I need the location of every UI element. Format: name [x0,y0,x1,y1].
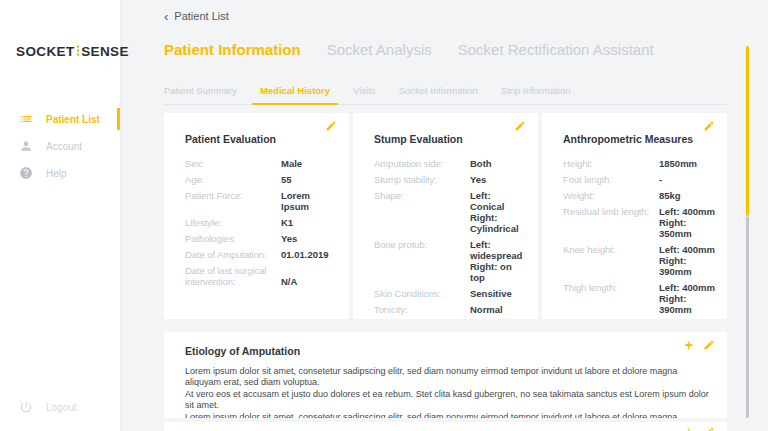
field-value: Male [281,158,302,169]
field-label: Pathologies: [185,233,281,244]
app-logo: SOCKETSENSE [16,44,129,59]
edit-button[interactable] [325,120,337,132]
field-value: 85kg [659,190,681,201]
tab-socket-analysis[interactable]: Socket Analysis [327,41,432,58]
field-row: Sex:Male [185,158,337,169]
edit-button[interactable] [514,120,526,132]
card-title: Anthropometric Measures [563,133,715,145]
card-title: Stump Evaluation [374,133,526,145]
main-content: ‹ Patient List Patient Information Socke… [120,0,768,431]
sidebar-item-label: Patient List [46,114,100,125]
field-row: Date of last surgical intervention:N/A [185,265,337,287]
field-row: Knee height:Left: 400mm Right: 390mm [563,244,715,277]
card-next-partial: + [164,422,727,431]
list-icon [19,112,33,126]
field-value: K1 [281,217,293,228]
field-row: Date of Amputation:01.01.2019 [185,249,337,260]
plus-icon: + [685,337,693,353]
logo-left: SOCKET [16,44,75,59]
field-value: Left: widespread Right: on top [470,239,526,283]
field-label: Shape: [374,190,470,201]
help-icon [19,166,33,180]
edit-button[interactable] [703,339,715,351]
field-label: Weight: [563,190,659,201]
logout-label: Logout [46,402,77,413]
etiology-paragraph: Lorem ipsum dolor sit amet, consetetur s… [185,412,711,418]
card-patient-evaluation: Patient Evaluation Sex:Male Age:55 Patie… [164,113,349,319]
field-row: Shape:Left: Conical Right: Cylindrical [374,190,526,234]
field-label: Sex: [185,158,281,169]
field-value: Both [470,158,492,169]
field-value: Sensitive [470,288,512,299]
field-label: Lifestyle: [185,217,281,228]
add-button[interactable]: + [685,339,693,351]
plus-icon: + [685,424,693,431]
field-label: Date of last surgical intervention: [185,265,281,287]
logout-button[interactable]: Logout [19,400,77,414]
active-indicator [117,108,120,130]
sidebar-item-patient-list[interactable]: Patient List [0,108,120,130]
field-value: Left: 400mm Right: 390mm [659,244,715,277]
field-value: 01.01.2019 [281,249,329,260]
field-row: Lifestyle:K1 [185,217,337,228]
field-row: Amputation side:Both [374,158,526,169]
field-row: Thigh length:Left: 400mm Right: 390mm [563,282,715,315]
field-label: Tonicity: [374,304,470,315]
tab-socket-rectification-assistant[interactable]: Socket Rectification Assistant [458,41,654,58]
pencil-icon [325,120,337,132]
logo-dots-icon [77,49,80,52]
logo-right: SENSE [81,44,129,59]
subtab-medical-history[interactable]: Medical History [260,85,330,104]
field-row: Bone protub:Left: widespread Right: on t… [374,239,526,283]
edit-button[interactable] [703,120,715,132]
field-value: Left: Conical Right: Cylindrical [470,190,526,234]
main-tabs: Patient Information Socket Analysis Sock… [164,41,654,58]
breadcrumb-back[interactable]: ‹ Patient List [164,10,229,22]
pencil-icon [703,339,715,351]
field-row: Height:1850mm [563,158,715,169]
field-value: 55 [281,174,292,185]
sidebar: SOCKETSENSE Patient List Account Help Lo… [0,0,120,431]
sidebar-item-help[interactable]: Help [0,162,120,184]
field-row: Patient Force:Lorem Ipsum [185,190,337,212]
scrollbar-track[interactable] [746,216,749,418]
field-label: Knee height: [563,244,659,255]
field-label: Foot length: [563,174,659,185]
subtab-socket-information[interactable]: Socket Information [399,85,478,104]
subtab-visits[interactable]: Visits [353,85,376,104]
sidebar-nav: Patient List Account Help [0,108,120,189]
card-anthropometric-measures: Anthropometric Measures Height:1850mm Fo… [542,113,727,319]
card-etiology-of-amputation: + Etiology of Amputation Lorem ipsum dol… [164,332,727,418]
subtab-patient-summary[interactable]: Patient Summary [164,85,237,104]
field-label: Date of Amputation: [185,249,281,260]
field-row: Skin Conditions:Sensitive [374,288,526,299]
field-label: Bone protub: [374,239,470,250]
pencil-icon [703,120,715,132]
field-label: Patient Force: [185,190,281,201]
sidebar-item-label: Account [46,141,82,152]
scrollbar[interactable] [746,46,749,418]
field-row: Foot length:- [563,174,715,185]
field-label: Stump stability: [374,174,470,185]
sidebar-item-account[interactable]: Account [0,135,120,157]
field-row: Weight:85kg [563,190,715,201]
field-value: - [659,174,662,185]
subtab-strip-information[interactable]: Strip Information [501,85,571,104]
field-label: Residual limb length: [563,206,659,217]
field-label: Height: [563,158,659,169]
power-icon [19,400,33,414]
add-button[interactable]: + [685,426,693,431]
field-value: Left: 400mm Right: 350mm [659,206,715,239]
scrollbar-thumb[interactable] [746,46,749,216]
field-row: Stump stability:Yes [374,174,526,185]
tab-patient-information[interactable]: Patient Information [164,41,301,58]
field-row: Age:55 [185,174,337,185]
field-label: Thigh length: [563,282,659,293]
field-value: 1850mm [659,158,697,169]
breadcrumb-label: Patient List [174,10,228,22]
edit-button[interactable] [703,426,715,431]
field-value: N/A [281,276,297,287]
field-value: Left: 400mm Right: 390mm [659,282,715,315]
card-title: Patient Evaluation [185,133,337,145]
pencil-icon [703,426,715,431]
